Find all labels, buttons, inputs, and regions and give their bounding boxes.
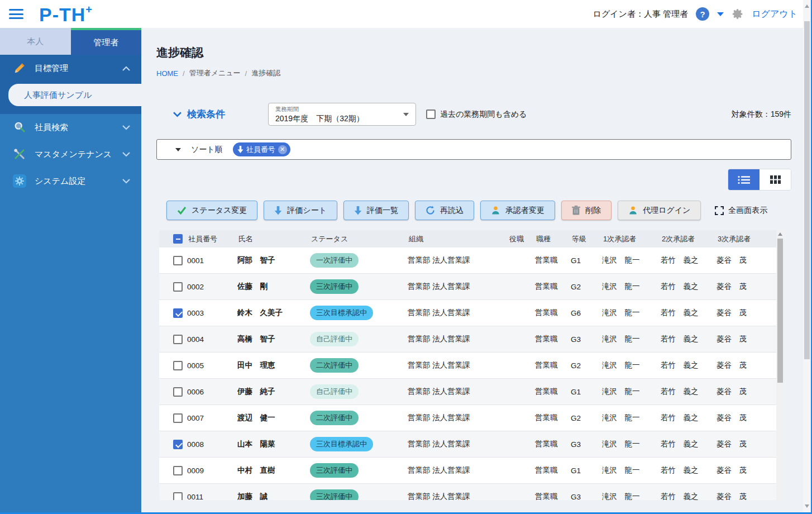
job-type: 営業職	[535, 439, 571, 449]
approver-2: 若竹 義之	[661, 387, 717, 397]
table-row[interactable]: 0009 中村 直樹 三次評価中 営業部 法人営業課 営業職 G1 滝沢 龍一 …	[159, 458, 776, 484]
view-toggle-row	[156, 169, 791, 191]
breadcrumb: HOME / 管理者メニュー / 進捗確認	[156, 68, 791, 78]
sidebar-item-employee-search[interactable]: 社員検索	[0, 114, 141, 141]
row-checkbox[interactable]	[173, 387, 183, 397]
organization: 営業部 法人営業課	[408, 439, 508, 449]
approver-1: 滝沢 龍一	[602, 282, 661, 292]
status-change-button[interactable]: ステータス変更	[166, 201, 257, 220]
sidebar-item-system-settings[interactable]: システム設定	[0, 168, 141, 194]
employee-name: 阿部 智子	[237, 255, 310, 265]
row-checkbox[interactable]	[173, 282, 183, 292]
scrollbar-thumb[interactable]	[777, 239, 783, 383]
scrollbar-thumb[interactable]	[804, 21, 810, 359]
person-icon	[628, 206, 638, 215]
status-badge: 三次評価中	[310, 489, 359, 500]
grade: G2	[571, 361, 602, 370]
select-all-checkbox[interactable]	[173, 234, 183, 244]
organization: 営業部 法人営業課	[408, 282, 508, 292]
status-badge: 三次評価中	[310, 463, 359, 478]
job-type: 営業職	[535, 413, 571, 423]
table-row[interactable]: 0008 山本 陽菜 三次目標承認中 営業部 法人営業課 営業職 G3 滝沢 龍…	[159, 431, 776, 458]
breadcrumb-home-link[interactable]: HOME	[156, 69, 178, 78]
pencil-icon	[12, 61, 27, 75]
scroll-up-icon[interactable]	[805, 4, 809, 8]
approver-1: 滝沢 龍一	[602, 465, 661, 475]
status-badge: 二次評価中	[310, 411, 359, 425]
column-header: 氏名	[237, 234, 310, 244]
approver-2: 若竹 義之	[661, 439, 717, 449]
refresh-icon	[426, 206, 435, 215]
evaluation-sheet-button[interactable]: 評価シート	[264, 201, 337, 220]
delete-button[interactable]: 削除	[561, 201, 612, 220]
column-header: 役職	[508, 234, 535, 244]
table-row[interactable]: 0006 伊藤 純子 自己評価中 営業部 法人営業課 営業職 G1 滝沢 龍一 …	[159, 379, 776, 405]
reload-button[interactable]: 再読込	[415, 201, 474, 220]
chevron-down-icon[interactable]	[717, 12, 724, 16]
search-conditions-toggle[interactable]: 検索条件	[173, 108, 268, 121]
organization: 営業部 法人営業課	[408, 492, 508, 500]
row-checkbox[interactable]	[173, 413, 183, 423]
sidebar-item-goal-management[interactable]: 目標管理	[0, 55, 141, 82]
organization: 営業部 法人営業課	[408, 465, 508, 475]
table-body: 0001 阿部 智子 一次評価中 営業部 法人営業課 営業職 G1 滝沢 龍一 …	[159, 248, 776, 500]
scroll-up-icon[interactable]	[778, 232, 782, 236]
table-row[interactable]: 0011 加藤 誠 三次評価中 営業部 法人営業課 営業職 G3 滝沢 龍一 若…	[159, 484, 776, 500]
table-row[interactable]: 0003 鈴木 久美子 三次目標承認中 営業部 法人営業課 営業職 G6 滝沢 …	[159, 300, 776, 326]
evaluation-list-button[interactable]: 評価一覧	[343, 201, 409, 220]
column-header: 社員番号	[187, 234, 237, 244]
row-checkbox[interactable]	[173, 335, 183, 344]
fullscreen-button[interactable]: 全画面表示	[715, 206, 767, 216]
checkbox-icon[interactable]	[426, 110, 436, 119]
table-row[interactable]: 0007 渡辺 健一 二次評価中 営業部 法人営業課 営業職 G2 滝沢 龍一 …	[159, 405, 776, 431]
column-header: 3次承認者	[717, 234, 776, 244]
organization: 営業部 法人営業課	[408, 387, 508, 397]
status-badge: 二次評価中	[310, 358, 359, 373]
scroll-down-icon[interactable]	[805, 505, 809, 508]
action-button-label: 承認者変更	[505, 206, 544, 216]
row-checkbox[interactable]	[173, 256, 183, 265]
column-header: 2次承認者	[661, 234, 717, 244]
sidebar-item-master-maintenance[interactable]: マスタメンテナンス	[0, 141, 141, 168]
target-count-label: 対象件数：159件	[732, 110, 791, 120]
table-row[interactable]: 0005 田中 理恵 二次評価中 営業部 法人営業課 営業職 G2 滝沢 龍一 …	[159, 353, 776, 379]
row-checkbox[interactable]	[173, 361, 183, 370]
sidebar-subitem[interactable]: 人事評価サンプル	[8, 84, 141, 106]
chevron-down-icon	[122, 179, 130, 184]
search-icon	[12, 120, 27, 135]
proxy-login-button[interactable]: 代理ログイン	[618, 201, 701, 220]
business-period-select[interactable]: 業務期間 2019年度 下期（32期）	[268, 103, 416, 126]
hamburger-menu-icon[interactable]	[9, 9, 23, 19]
close-icon[interactable]: ✕	[278, 145, 287, 154]
employee-number: 0008	[187, 440, 237, 449]
tab-admin[interactable]: 管理者	[71, 28, 142, 55]
table-scrollbar[interactable]	[776, 230, 784, 500]
row-checkbox[interactable]	[173, 440, 183, 449]
gear-icon[interactable]	[732, 8, 744, 20]
grade: G1	[571, 256, 602, 265]
chevron-down-icon	[403, 113, 409, 116]
sidebar-tabs: 本人 管理者	[0, 28, 141, 55]
include-past-periods-checkbox[interactable]: 過去の業務期間も含める	[426, 110, 527, 120]
grade: G3	[571, 440, 602, 449]
grade: G1	[571, 388, 602, 396]
table-row[interactable]: 0004 高橋 智子 自己評価中 営業部 法人営業課 営業職 G3 滝沢 龍一 …	[159, 326, 776, 353]
sort-chip-employee-number[interactable]: 社員番号 ✕	[233, 142, 290, 156]
employee-number: 0004	[187, 335, 237, 344]
employee-number: 0003	[187, 309, 237, 317]
grid-view-button[interactable]	[760, 169, 791, 190]
row-checkbox[interactable]	[173, 466, 183, 475]
row-checkbox[interactable]	[173, 492, 183, 501]
page-scrollbar[interactable]	[803, 0, 811, 512]
grade: G2	[571, 414, 602, 422]
chevron-down-icon[interactable]	[175, 148, 181, 151]
approver-change-button[interactable]: 承認者変更	[480, 201, 555, 220]
tab-self[interactable]: 本人	[0, 28, 71, 55]
table-row[interactable]: 0002 佐藤 剛 三次評価中 営業部 法人営業課 営業職 G2 滝沢 龍一 若…	[159, 274, 776, 300]
fullscreen-icon	[715, 206, 724, 215]
list-view-button[interactable]	[728, 169, 760, 190]
help-icon[interactable]: ?	[696, 7, 709, 21]
row-checkbox[interactable]	[173, 308, 183, 318]
table-row[interactable]: 0001 阿部 智子 一次評価中 営業部 法人営業課 営業職 G1 滝沢 龍一 …	[159, 248, 776, 274]
logout-button[interactable]: ログアウト	[752, 8, 797, 20]
